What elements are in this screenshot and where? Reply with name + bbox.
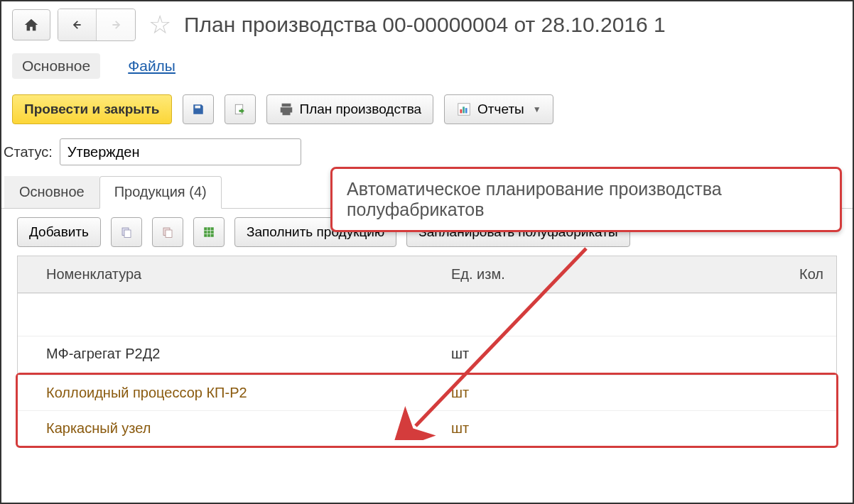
col-nomenclature[interactable]: Номенклатура — [18, 256, 437, 292]
table-row[interactable]: Коллоидный процессор КП-Р2 шт — [18, 375, 836, 410]
sub-tab-main[interactable]: Основное — [4, 176, 99, 208]
forward-button[interactable] — [97, 9, 135, 40]
paste-button[interactable] — [152, 217, 183, 247]
cell-nomenclature: Коллоидный процессор КП-Р2 — [18, 385, 437, 401]
svg-rect-10 — [204, 227, 214, 237]
chart-icon — [456, 102, 472, 117]
submit-close-button[interactable]: Провести и закрыть — [12, 94, 172, 124]
reports-button[interactable]: Отчеты ▼ — [444, 94, 553, 124]
save-button[interactable] — [183, 94, 214, 124]
paste-icon — [161, 224, 174, 240]
tab-files[interactable]: Файлы — [118, 53, 185, 79]
col-qty[interactable]: Кол — [721, 256, 836, 292]
save-icon — [192, 102, 205, 117]
annotation-callout: Автоматическое планирование производства… — [330, 167, 842, 232]
home-icon — [23, 17, 39, 33]
back-button[interactable] — [58, 9, 97, 40]
sub-tab-products[interactable]: Продукция (4) — [99, 176, 222, 209]
svg-rect-4 — [465, 108, 467, 113]
col-unit[interactable]: Ед. изм. — [437, 256, 721, 292]
favorite-star-icon[interactable]: ☆ — [148, 10, 171, 40]
arrow-right-icon — [108, 17, 124, 33]
print-plan-label: План производства — [300, 102, 422, 117]
cell-unit: шт — [437, 420, 721, 437]
table-settings-button[interactable] — [193, 217, 225, 247]
highlighted-rows: Коллоидный процессор КП-Р2 шт Каркасный … — [16, 373, 838, 448]
nav-history-group — [58, 9, 136, 41]
cell-unit: шт — [437, 385, 721, 401]
status-label: Статус: — [4, 144, 53, 160]
svg-rect-3 — [463, 106, 465, 113]
cell-nomenclature: Каркасный узел — [18, 420, 437, 437]
copy-button[interactable] — [111, 217, 142, 247]
table-icon — [202, 224, 215, 240]
page-title: План производства 00-00000004 от 28.10.2… — [184, 13, 842, 37]
reports-label: Отчеты — [477, 102, 524, 117]
status-input[interactable] — [60, 138, 301, 165]
post-icon — [234, 102, 247, 117]
table-row[interactable]: МФ-агрегат Р2Д2 шт — [18, 336, 836, 371]
cell-unit: шт — [437, 346, 721, 362]
tab-main[interactable]: Основное — [12, 53, 100, 79]
add-button[interactable]: Добавить — [17, 217, 101, 247]
arrow-left-icon — [70, 17, 85, 33]
home-button[interactable] — [12, 9, 50, 40]
svg-rect-9 — [166, 230, 172, 238]
svg-rect-7 — [124, 230, 131, 238]
copy-icon — [120, 224, 133, 240]
table-body: МФ-агрегат Р2Д2 шт Коллоидный процессор … — [18, 293, 836, 448]
dropdown-caret-icon: ▼ — [533, 104, 541, 114]
cell-nomenclature: МФ-агрегат Р2Д2 — [18, 346, 437, 362]
products-table: Номенклатура Ед. изм. Кол МФ-агрегат Р2Д… — [17, 256, 837, 447]
table-row[interactable]: Каркасный узел шт — [18, 410, 836, 446]
post-button[interactable] — [225, 94, 256, 124]
table-row-empty — [18, 293, 836, 336]
print-plan-button[interactable]: План производства — [266, 94, 434, 124]
toolbar: Провести и закрыть План производства Отч… — [1, 87, 853, 131]
svg-rect-2 — [460, 109, 463, 114]
top-nav: ☆ План производства 00-00000004 от 28.10… — [1, 1, 853, 45]
main-tabs: Основное Файлы — [1, 45, 853, 87]
table-header: Номенклатура Ед. изм. Кол — [18, 256, 836, 293]
print-icon — [279, 102, 294, 117]
